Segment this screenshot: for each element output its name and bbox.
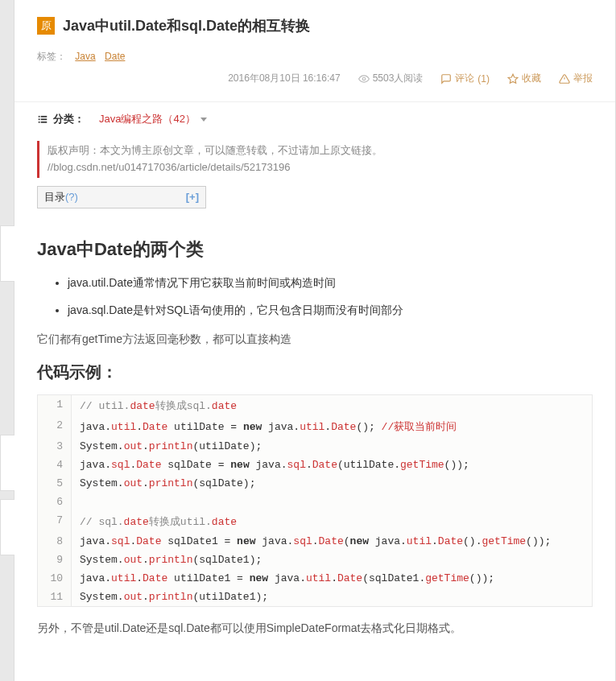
article-body: Java中Date的两个类 java.util.Date通常情况下用它获取当前时… — [14, 217, 615, 667]
tags-row: 标签： Java Date — [37, 50, 593, 64]
code-line: 3System.out.println(utilDate); — [38, 437, 592, 456]
code-line: 5System.out.println(sqlDate); — [38, 474, 592, 493]
warning-icon — [559, 73, 570, 85]
svg-rect-4 — [39, 116, 40, 118]
left-gutter — [0, 0, 14, 681]
tags-label: 标签： — [37, 51, 66, 62]
line-number: 2 — [38, 416, 72, 437]
svg-rect-5 — [41, 116, 48, 118]
code-content: System.out.println(utilDate1); — [72, 588, 276, 606]
meta-report[interactable]: 举报 — [559, 72, 593, 85]
code-content: System.out.println(utilDate); — [72, 437, 270, 456]
line-number: 11 — [38, 588, 72, 606]
category-value[interactable]: Java编程之路（42） — [99, 112, 207, 126]
line-number: 1 — [38, 395, 72, 416]
category-row: 分类： Java编程之路（42） — [14, 102, 615, 136]
meta-views: 5503人阅读 — [358, 72, 424, 85]
chevron-down-icon — [201, 118, 207, 122]
code-line: 8java.sql.Date sqlDate1 = new java.sql.D… — [38, 532, 592, 551]
code-content: System.out.println(sqlDate1); — [72, 551, 270, 569]
code-content — [72, 493, 94, 511]
comment-icon — [440, 73, 452, 85]
article-container: 原 Java中util.Date和sql.Date的相互转换 标签： Java … — [14, 0, 616, 681]
code-block: 1// util.date转换成sql.date2java.util.Date … — [37, 394, 593, 607]
toc-expand[interactable]: [+] — [186, 191, 199, 203]
code-line: 7// sql.date转换成util.date — [38, 511, 592, 532]
svg-marker-1 — [508, 74, 518, 83]
paragraph: 它们都有getTime方法返回毫秒数，都可以直接构造 — [37, 332, 593, 347]
toc-label: 目录 — [44, 191, 65, 203]
meta-date: 2016年08月10日 16:16:47 — [228, 72, 340, 85]
origin-badge: 原 — [37, 17, 55, 35]
list-item: java.util.Date通常情况下用它获取当前时间或构造时间 — [68, 276, 593, 291]
code-line: 6 — [38, 493, 592, 511]
code-line: 11System.out.println(utilDate1); — [38, 588, 592, 606]
toc-box[interactable]: 目录(?) [+] — [37, 186, 206, 208]
title-row: 原 Java中util.Date和sql.Date的相互转换 — [37, 16, 593, 35]
eye-icon — [358, 73, 370, 85]
code-line: 2java.util.Date utilDate = new java.util… — [38, 416, 592, 437]
code-line: 9System.out.println(sqlDate1); — [38, 551, 592, 569]
line-number: 10 — [38, 569, 72, 588]
code-line: 10java.util.Date utilDate1 = new java.ut… — [38, 569, 592, 588]
svg-rect-8 — [39, 122, 40, 123]
code-content: java.sql.Date sqlDate1 = new java.sql.Da… — [72, 532, 559, 551]
meta-favorite[interactable]: 收藏 — [507, 72, 541, 85]
article-header: 原 Java中util.Date和sql.Date的相互转换 标签： Java … — [14, 0, 615, 92]
line-number: 5 — [38, 474, 72, 493]
line-number: 6 — [38, 493, 72, 511]
svg-rect-6 — [39, 118, 40, 120]
code-content: // util.date转换成sql.date — [72, 395, 245, 416]
heading-1: Java中Date的两个类 — [37, 237, 593, 262]
side-tab[interactable] — [0, 435, 14, 491]
code-content: System.out.println(sqlDate); — [72, 474, 263, 493]
toc-help[interactable]: (?) — [65, 191, 78, 203]
code-line: 1// util.date转换成sql.date — [38, 395, 592, 416]
tag-link-java[interactable]: Java — [75, 51, 95, 62]
paragraph: 另外，不管是util.Date还是sql.Date都可以使用SimpleDate… — [37, 621, 593, 636]
list-item: java.sql.Date是针对SQL语句使用的，它只包含日期而没有时间部分 — [68, 303, 593, 318]
code-content: java.util.Date utilDate = new java.util.… — [72, 416, 465, 437]
bullet-list: java.util.Date通常情况下用它获取当前时间或构造时间 java.sq… — [37, 276, 593, 318]
code-content: java.util.Date utilDate1 = new java.util… — [72, 569, 502, 588]
copyright-notice: 版权声明：本文为博主原创文章，可以随意转载，不过请加上原文链接。 //blog.… — [37, 141, 593, 178]
article-title: Java中util.Date和sql.Date的相互转换 — [63, 16, 310, 35]
meta-comments[interactable]: 评论(1) — [440, 72, 490, 85]
code-content: // sql.date转换成util.date — [72, 511, 245, 532]
svg-point-0 — [362, 77, 366, 80]
list-icon — [37, 114, 48, 125]
line-number: 9 — [38, 551, 72, 569]
line-number: 4 — [38, 456, 72, 474]
category-label: 分类： — [37, 112, 85, 126]
side-tab[interactable] — [0, 499, 14, 555]
code-line: 4java.sql.Date sqlDate = new java.sql.Da… — [38, 456, 592, 474]
svg-rect-7 — [41, 118, 48, 120]
line-number: 8 — [38, 532, 72, 551]
line-number: 3 — [38, 437, 72, 456]
heading-2: 代码示例： — [37, 361, 593, 383]
code-content: java.sql.Date sqlDate = new java.sql.Dat… — [72, 456, 478, 474]
meta-row: 2016年08月10日 16:16:47 5503人阅读 评论(1) 收藏 举报 — [37, 72, 593, 85]
svg-rect-9 — [41, 122, 48, 123]
side-tab[interactable] — [0, 225, 14, 282]
tag-link-date[interactable]: Date — [105, 51, 125, 62]
line-number: 7 — [38, 511, 72, 532]
star-icon — [507, 73, 519, 85]
